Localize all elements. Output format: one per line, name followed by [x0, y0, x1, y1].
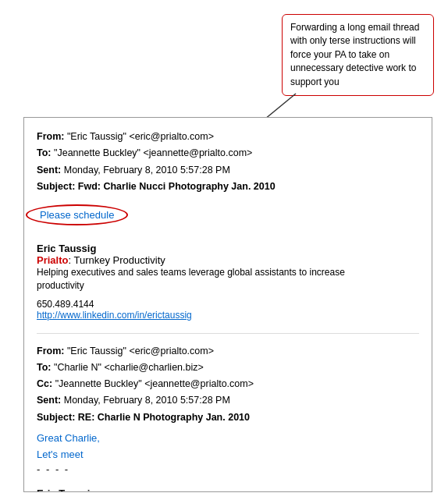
sig1-name: Eric Taussig [37, 243, 419, 254]
callout-box: Forwarding a long email thread with only… [282, 14, 434, 96]
email1-header: From: "Eric Taussig" <eric@prialto.com> … [37, 129, 419, 195]
subject-label: Subject: [37, 181, 75, 192]
callout-text: Forwarding a long email thread with only… [290, 22, 419, 87]
page-container: Forwarding a long email thread with only… [0, 0, 448, 500]
sent2-label: Sent: [37, 395, 61, 406]
cc2-value: "Jeannette Buckley" <jeannette@prialto.c… [55, 378, 254, 389]
subject2-value: RE: Charlie N Photography Jan. 2010 [78, 412, 250, 423]
sent-label: Sent: [37, 165, 61, 176]
sent2-value: Monday, February 8, 2010 5:57:28 PM [64, 395, 230, 406]
signature1-block: Eric Taussig Prialto: Turnkey Productivi… [37, 243, 419, 321]
from-value: "Eric Taussig" <eric@prialto.com> [67, 131, 214, 142]
subject-value: Fwd: Charlie Nucci Photography Jan. 2010 [78, 181, 276, 192]
to2-value: "Charlie N" <charlie@charlien.biz> [54, 362, 204, 373]
from2-label: From: [37, 346, 64, 356]
sig1-phone: 650.489.4144 [37, 299, 419, 310]
cc2-label: Cc: [37, 378, 52, 389]
sig1-company: Prialto: Turnkey Productivity [37, 254, 419, 266]
email1-block: From: "Eric Taussig" <eric@prialto.com> … [37, 129, 419, 230]
email2-sent: Sent: Monday, February 8, 2010 5:57:28 P… [37, 392, 419, 409]
email2-greeting: Great Charlie, [37, 432, 419, 444]
email1-sent: Sent: Monday, February 8, 2010 5:57:28 P… [37, 162, 419, 179]
email2-block: From: "Eric Taussig" <eric@prialto.com> … [37, 343, 419, 475]
email1-to: To: "Jeannette Buckley" <jeannette@prial… [37, 145, 419, 161]
email1-subject: Subject: Fwd: Charlie Nucci Photography … [37, 179, 419, 195]
company-suffix-1: : Turnkey Productivity [68, 254, 165, 266]
signature2-block: Eric Taussig Prialto: Turnkey Productivi… [37, 488, 419, 492]
to2-label: To: [37, 362, 52, 373]
email-container: From: "Eric Taussig" <eric@prialto.com> … [23, 117, 432, 492]
email1-from: From: "Eric Taussig" <eric@prialto.com> [37, 129, 419, 145]
email2-body: Let's meet [37, 449, 419, 460]
email2-cc: Cc: "Jeannette Buckley" <jeannette@prial… [37, 376, 419, 392]
email2-subject: Subject: RE: Charlie N Photography Jan. … [37, 410, 419, 426]
sig1-tagline2: productivity [37, 279, 419, 293]
sig1-linkedin: http://www.linkedin.com/in/erictaussig [37, 310, 419, 321]
sig2-name: Eric Taussig [37, 488, 419, 492]
email2-to: To: "Charlie N" <charlie@charlien.biz> [37, 360, 419, 376]
email2-dashes: - - - - [37, 463, 419, 475]
from2-value: "Eric Taussig" <eric@prialto.com> [67, 346, 214, 356]
to-value: "Jeannette Buckley" <jeannette@prialto.c… [54, 147, 252, 158]
from-label: From: [37, 131, 64, 142]
subject2-label: Subject: [37, 412, 75, 423]
please-schedule-text: Please schedule [40, 209, 114, 221]
sent-value: Monday, February 8, 2010 5:57:28 PM [64, 165, 230, 176]
email-divider [37, 333, 419, 334]
sig1-tagline1: Helping executives and sales teams lever… [37, 266, 419, 279]
to-label: To: [37, 147, 52, 158]
company-name-1: Prialto [37, 254, 68, 266]
email2-header: From: "Eric Taussig" <eric@prialto.com> … [37, 343, 419, 426]
email2-from: From: "Eric Taussig" <eric@prialto.com> [37, 343, 419, 360]
